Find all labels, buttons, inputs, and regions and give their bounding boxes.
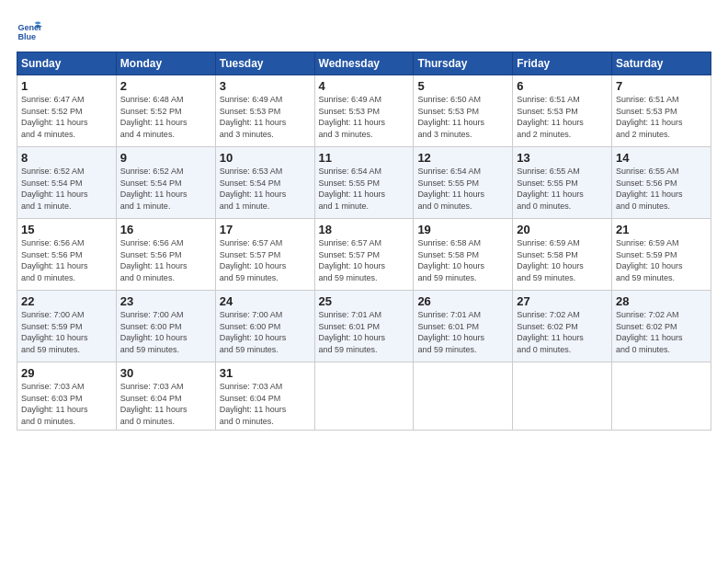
day-info: Sunrise: 6:55 AM Sunset: 5:55 PM Dayligh…	[517, 166, 608, 212]
day-info: Sunrise: 6:57 AM Sunset: 5:57 PM Dayligh…	[319, 237, 410, 283]
day-info: Sunrise: 7:01 AM Sunset: 6:01 PM Dayligh…	[319, 309, 410, 355]
logo-icon: General Blue	[17, 17, 42, 42]
calendar-cell: 29Sunrise: 7:03 AM Sunset: 6:03 PM Dayli…	[17, 362, 117, 431]
day-number: 31	[220, 366, 311, 380]
svg-text:Blue: Blue	[17, 32, 36, 41]
calendar-cell: 30Sunrise: 7:03 AM Sunset: 6:04 PM Dayli…	[116, 362, 215, 431]
day-info: Sunrise: 6:53 AM Sunset: 5:54 PM Dayligh…	[220, 166, 311, 212]
day-info: Sunrise: 6:56 AM Sunset: 5:56 PM Dayligh…	[120, 237, 211, 283]
day-info: Sunrise: 6:47 AM Sunset: 5:52 PM Dayligh…	[21, 94, 112, 140]
calendar-cell: 1Sunrise: 6:47 AM Sunset: 5:52 PM Daylig…	[17, 75, 117, 147]
day-info: Sunrise: 7:02 AM Sunset: 6:02 PM Dayligh…	[517, 309, 608, 355]
day-number: 22	[21, 294, 112, 308]
calendar-cell: 12Sunrise: 6:54 AM Sunset: 5:55 PM Dayli…	[414, 147, 513, 219]
day-number: 15	[21, 223, 112, 236]
weekday-header-wednesday: Wednesday	[314, 52, 414, 75]
calendar-cell: 6Sunrise: 6:51 AM Sunset: 5:53 PM Daylig…	[513, 75, 612, 147]
calendar-table: SundayMondayTuesdayWednesdayThursdayFrid…	[17, 52, 711, 431]
day-info: Sunrise: 7:02 AM Sunset: 6:02 PM Dayligh…	[616, 309, 707, 355]
day-info: Sunrise: 7:00 AM Sunset: 5:59 PM Dayligh…	[21, 309, 112, 355]
calendar-cell: 23Sunrise: 7:00 AM Sunset: 6:00 PM Dayli…	[116, 291, 215, 362]
day-info: Sunrise: 6:58 AM Sunset: 5:58 PM Dayligh…	[417, 237, 508, 283]
week-row-2: 8Sunrise: 6:52 AM Sunset: 5:54 PM Daylig…	[17, 147, 711, 219]
day-number: 8	[21, 151, 112, 165]
calendar-cell: 17Sunrise: 6:57 AM Sunset: 5:57 PM Dayli…	[215, 219, 314, 291]
day-number: 17	[220, 223, 311, 236]
day-info: Sunrise: 6:57 AM Sunset: 5:57 PM Dayligh…	[220, 237, 311, 283]
day-number: 21	[616, 223, 707, 236]
calendar-cell	[612, 362, 711, 431]
calendar-cell: 28Sunrise: 7:02 AM Sunset: 6:02 PM Dayli…	[612, 291, 711, 362]
day-number: 23	[120, 294, 211, 308]
day-number: 25	[319, 294, 410, 308]
day-number: 2	[120, 79, 211, 93]
calendar-cell: 16Sunrise: 6:56 AM Sunset: 5:56 PM Dayli…	[116, 219, 215, 291]
weekday-header-tuesday: Tuesday	[215, 52, 314, 75]
calendar-cell: 22Sunrise: 7:00 AM Sunset: 5:59 PM Dayli…	[17, 291, 117, 362]
day-number: 27	[517, 294, 608, 308]
calendar-cell: 11Sunrise: 6:54 AM Sunset: 5:55 PM Dayli…	[314, 147, 414, 219]
weekday-header-sunday: Sunday	[17, 52, 117, 75]
day-number: 20	[517, 223, 608, 236]
day-info: Sunrise: 7:00 AM Sunset: 6:00 PM Dayligh…	[220, 309, 311, 355]
day-number: 1	[21, 79, 112, 93]
calendar-cell: 2Sunrise: 6:48 AM Sunset: 5:52 PM Daylig…	[116, 75, 215, 147]
day-number: 12	[417, 151, 508, 165]
calendar-cell: 15Sunrise: 6:56 AM Sunset: 5:56 PM Dayli…	[17, 219, 117, 291]
day-info: Sunrise: 6:48 AM Sunset: 5:52 PM Dayligh…	[120, 94, 211, 140]
calendar-cell: 21Sunrise: 6:59 AM Sunset: 5:59 PM Dayli…	[612, 219, 711, 291]
logo: General Blue	[17, 17, 46, 42]
calendar-cell: 5Sunrise: 6:50 AM Sunset: 5:53 PM Daylig…	[414, 75, 513, 147]
day-info: Sunrise: 6:51 AM Sunset: 5:53 PM Dayligh…	[517, 94, 608, 140]
day-number: 28	[616, 294, 707, 308]
weekday-header-friday: Friday	[513, 52, 612, 75]
calendar-cell: 13Sunrise: 6:55 AM Sunset: 5:55 PM Dayli…	[513, 147, 612, 219]
day-info: Sunrise: 6:52 AM Sunset: 5:54 PM Dayligh…	[21, 166, 112, 212]
calendar-cell	[513, 362, 612, 431]
calendar-cell: 14Sunrise: 6:55 AM Sunset: 5:56 PM Dayli…	[612, 147, 711, 219]
weekday-header-thursday: Thursday	[414, 52, 513, 75]
day-number: 4	[319, 79, 410, 93]
calendar-cell: 18Sunrise: 6:57 AM Sunset: 5:57 PM Dayli…	[314, 219, 414, 291]
weekday-header-monday: Monday	[116, 52, 215, 75]
day-number: 5	[417, 79, 508, 93]
day-info: Sunrise: 6:54 AM Sunset: 5:55 PM Dayligh…	[417, 166, 508, 212]
calendar-cell: 4Sunrise: 6:49 AM Sunset: 5:53 PM Daylig…	[314, 75, 414, 147]
day-number: 13	[517, 151, 608, 165]
day-number: 7	[616, 79, 707, 93]
calendar-cell: 8Sunrise: 6:52 AM Sunset: 5:54 PM Daylig…	[17, 147, 117, 219]
day-number: 24	[220, 294, 311, 308]
calendar-cell: 26Sunrise: 7:01 AM Sunset: 6:01 PM Dayli…	[414, 291, 513, 362]
day-number: 29	[21, 366, 112, 380]
page: General Blue SundayMondayTuesdayWednesda…	[0, 0, 728, 563]
calendar-cell: 19Sunrise: 6:58 AM Sunset: 5:58 PM Dayli…	[414, 219, 513, 291]
calendar-cell: 25Sunrise: 7:01 AM Sunset: 6:01 PM Dayli…	[314, 291, 414, 362]
day-info: Sunrise: 7:00 AM Sunset: 6:00 PM Dayligh…	[120, 309, 211, 355]
calendar-cell: 27Sunrise: 7:02 AM Sunset: 6:02 PM Dayli…	[513, 291, 612, 362]
week-row-5: 29Sunrise: 7:03 AM Sunset: 6:03 PM Dayli…	[17, 362, 711, 431]
day-info: Sunrise: 7:03 AM Sunset: 6:04 PM Dayligh…	[220, 381, 311, 427]
day-number: 3	[220, 79, 311, 93]
weekday-header-row: SundayMondayTuesdayWednesdayThursdayFrid…	[17, 52, 711, 75]
calendar-cell: 24Sunrise: 7:00 AM Sunset: 6:00 PM Dayli…	[215, 291, 314, 362]
day-info: Sunrise: 6:56 AM Sunset: 5:56 PM Dayligh…	[21, 237, 112, 283]
day-number: 10	[220, 151, 311, 165]
calendar-cell: 7Sunrise: 6:51 AM Sunset: 5:53 PM Daylig…	[612, 75, 711, 147]
calendar-cell	[314, 362, 414, 431]
day-info: Sunrise: 6:59 AM Sunset: 5:58 PM Dayligh…	[517, 237, 608, 283]
day-number: 6	[517, 79, 608, 93]
day-info: Sunrise: 6:49 AM Sunset: 5:53 PM Dayligh…	[220, 94, 311, 140]
day-info: Sunrise: 7:03 AM Sunset: 6:03 PM Dayligh…	[21, 381, 112, 427]
calendar-cell: 10Sunrise: 6:53 AM Sunset: 5:54 PM Dayli…	[215, 147, 314, 219]
day-info: Sunrise: 7:01 AM Sunset: 6:01 PM Dayligh…	[417, 309, 508, 355]
calendar-cell: 9Sunrise: 6:52 AM Sunset: 5:54 PM Daylig…	[116, 147, 215, 219]
day-info: Sunrise: 6:49 AM Sunset: 5:53 PM Dayligh…	[319, 94, 410, 140]
day-info: Sunrise: 6:50 AM Sunset: 5:53 PM Dayligh…	[417, 94, 508, 140]
day-info: Sunrise: 6:51 AM Sunset: 5:53 PM Dayligh…	[616, 94, 707, 140]
calendar-cell: 3Sunrise: 6:49 AM Sunset: 5:53 PM Daylig…	[215, 75, 314, 147]
calendar-cell: 31Sunrise: 7:03 AM Sunset: 6:04 PM Dayli…	[215, 362, 314, 431]
day-info: Sunrise: 6:52 AM Sunset: 5:54 PM Dayligh…	[120, 166, 211, 212]
day-info: Sunrise: 6:55 AM Sunset: 5:56 PM Dayligh…	[616, 166, 707, 212]
day-number: 18	[319, 223, 410, 236]
day-info: Sunrise: 6:54 AM Sunset: 5:55 PM Dayligh…	[319, 166, 410, 212]
